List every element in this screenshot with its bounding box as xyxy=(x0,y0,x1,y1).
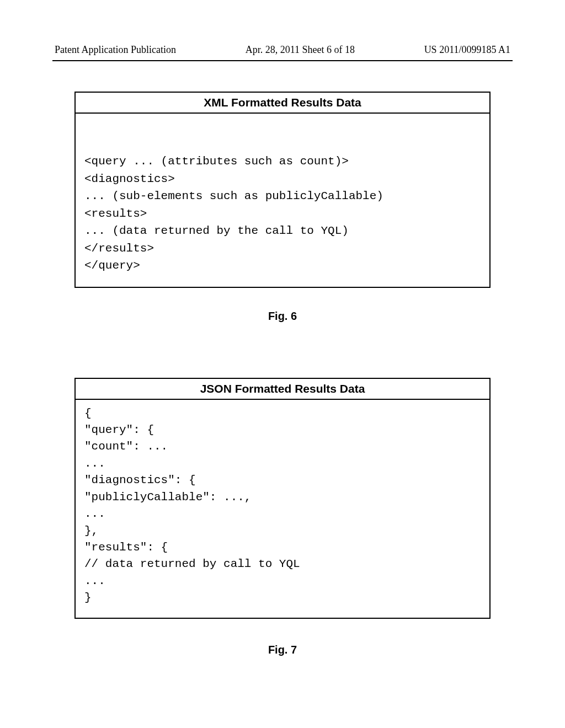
figure-6-block: XML Formatted Results Data <query ... (a… xyxy=(74,92,491,323)
header-right: US 2011/0099185 A1 xyxy=(424,44,510,56)
xml-box-body: <query ... (attributes such as count)> <… xyxy=(76,114,489,287)
figure-6-caption: Fig. 6 xyxy=(74,310,491,323)
figure-7-caption: Fig. 7 xyxy=(74,644,491,656)
page-header: Patent Application Publication Apr. 28, … xyxy=(52,44,513,56)
xml-box-title: XML Formatted Results Data xyxy=(76,93,489,114)
json-box-body: { "query": { "count": ... ... "diagnosti… xyxy=(76,400,489,618)
header-rule xyxy=(52,60,513,61)
figure-7-block: JSON Formatted Results Data { "query": {… xyxy=(74,378,491,656)
header-left: Patent Application Publication xyxy=(55,44,176,56)
header-center: Apr. 28, 2011 Sheet 6 of 18 xyxy=(246,44,355,56)
json-box-title: JSON Formatted Results Data xyxy=(76,379,489,400)
xml-results-box: XML Formatted Results Data <query ... (a… xyxy=(74,92,491,288)
json-results-box: JSON Formatted Results Data { "query": {… xyxy=(74,378,491,619)
